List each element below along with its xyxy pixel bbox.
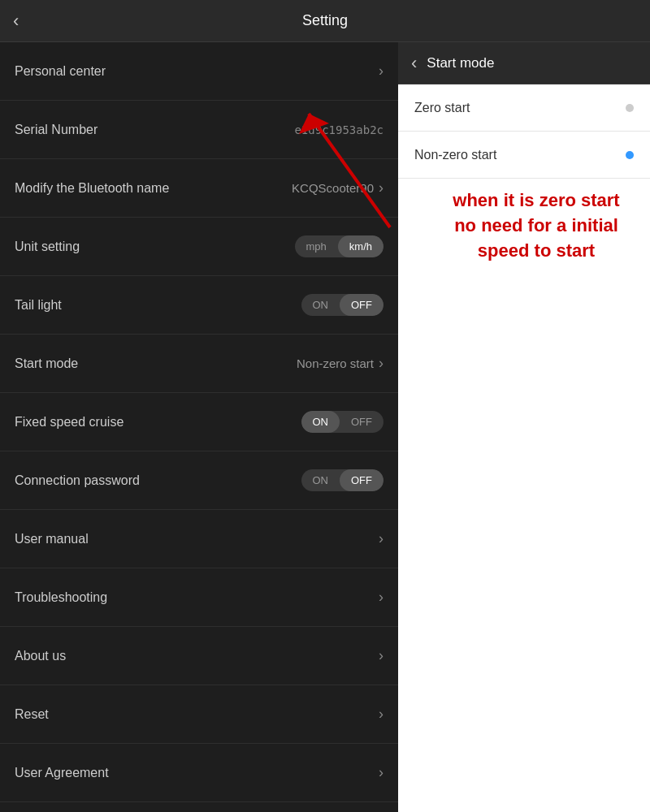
serial-number-value: e1d9c1953ab2c bbox=[294, 123, 384, 136]
annotation-line1: when it is zero start bbox=[453, 190, 619, 210]
start-mode-value: Non-zero start › bbox=[297, 355, 384, 372]
bluetooth-name-row[interactable]: Modify the Bluetooth name KCQScooter90 › bbox=[0, 159, 398, 218]
fixed-speed-cruise-off-option[interactable]: OFF bbox=[340, 411, 384, 433]
reset-chevron: › bbox=[379, 706, 384, 723]
non-zero-start-radio bbox=[626, 151, 634, 159]
start-mode-label: Start mode bbox=[15, 356, 78, 371]
personal-center-label: Personal center bbox=[15, 64, 106, 79]
tail-light-off-option[interactable]: OFF bbox=[340, 294, 384, 316]
user-agreement-label: User Agreement bbox=[15, 766, 109, 780]
personal-center-row[interactable]: Personal center › bbox=[0, 42, 398, 101]
header: ‹ Setting bbox=[0, 0, 650, 42]
connection-password-row: Connection password ON OFF bbox=[0, 451, 398, 510]
troubleshooting-row[interactable]: Troubleshooting › bbox=[0, 568, 398, 627]
user-manual-row[interactable]: User manual › bbox=[0, 510, 398, 568]
unit-setting-label: Unit setting bbox=[15, 240, 80, 254]
user-manual-chevron: › bbox=[379, 530, 384, 547]
annotation-text: when it is zero start no need for a init… bbox=[431, 188, 642, 263]
unit-kmh-option[interactable]: km/h bbox=[338, 235, 384, 257]
troubleshooting-label: Troubleshooting bbox=[15, 590, 107, 605]
start-mode-panel: ‹ Start mode Zero start Non-zero start w… bbox=[398, 42, 650, 812]
settings-panel: Personal center › Serial Number e1d9c195… bbox=[0, 42, 398, 812]
connection-password-on-option[interactable]: ON bbox=[301, 469, 340, 491]
user-agreement-row[interactable]: User Agreement › bbox=[0, 744, 398, 802]
connection-password-off-option[interactable]: OFF bbox=[340, 469, 384, 491]
reset-label: Reset bbox=[15, 707, 49, 722]
bluetooth-name-label: Modify the Bluetooth name bbox=[15, 181, 169, 196]
reset-row[interactable]: Reset › bbox=[0, 685, 398, 744]
connection-password-toggle-group: ON OFF bbox=[301, 469, 384, 491]
annotation-line2: no need for a initial bbox=[454, 215, 618, 235]
user-agreement-chevron: › bbox=[379, 764, 384, 781]
about-us-chevron: › bbox=[379, 647, 384, 664]
tail-light-toggle-group: ON OFF bbox=[301, 294, 384, 316]
header-back-button[interactable]: ‹ bbox=[13, 11, 19, 32]
unit-setting-row: Unit setting mph km/h bbox=[0, 218, 398, 276]
connection-password-label: Connection password bbox=[15, 473, 140, 488]
serial-number-row: Serial Number e1d9c1953ab2c bbox=[0, 101, 398, 159]
tail-light-row: Tail light ON OFF bbox=[0, 276, 398, 335]
zero-start-label: Zero start bbox=[414, 101, 470, 115]
about-us-label: About us bbox=[15, 649, 66, 663]
unit-toggle-group: mph km/h bbox=[295, 235, 384, 257]
personal-center-chevron: › bbox=[379, 63, 384, 80]
fixed-speed-cruise-on-option[interactable]: ON bbox=[301, 411, 340, 433]
non-zero-start-option[interactable]: Non-zero start bbox=[398, 132, 650, 179]
bluetooth-name-value: KCQScooter90 › bbox=[292, 179, 384, 197]
troubleshooting-chevron: › bbox=[379, 589, 384, 606]
tail-light-label: Tail light bbox=[15, 298, 62, 313]
start-mode-back-button[interactable]: ‹ bbox=[411, 53, 417, 74]
header-title: Setting bbox=[302, 12, 348, 29]
user-manual-label: User manual bbox=[15, 532, 89, 546]
start-mode-row[interactable]: Start mode Non-zero start › bbox=[0, 335, 398, 393]
unit-mph-option[interactable]: mph bbox=[295, 235, 338, 257]
zero-start-radio bbox=[626, 104, 634, 112]
non-zero-start-label: Non-zero start bbox=[414, 148, 496, 162]
fixed-speed-cruise-label: Fixed speed cruise bbox=[15, 415, 124, 430]
about-us-row[interactable]: About us › bbox=[0, 627, 398, 685]
zero-start-option[interactable]: Zero start bbox=[398, 84, 650, 132]
tail-light-on-option[interactable]: ON bbox=[301, 294, 340, 316]
start-mode-header: ‹ Start mode bbox=[398, 42, 650, 84]
serial-number-label: Serial Number bbox=[15, 123, 98, 137]
start-mode-title: Start mode bbox=[427, 55, 494, 71]
annotation-line3: speed to start bbox=[478, 240, 595, 261]
fixed-speed-cruise-toggle-group: ON OFF bbox=[301, 411, 384, 433]
fixed-speed-cruise-row: Fixed speed cruise ON OFF bbox=[0, 393, 398, 451]
privacy-agreement-row[interactable]: Privacy Agreement › bbox=[0, 802, 398, 812]
